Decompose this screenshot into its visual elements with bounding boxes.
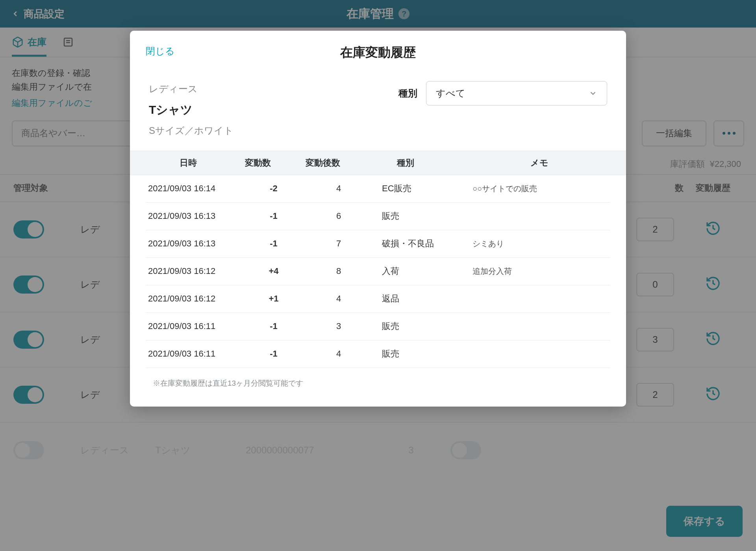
cell-type: 返品 <box>374 293 469 305</box>
cell-after: 4 <box>303 349 374 359</box>
cell-type: 販売 <box>374 348 469 360</box>
cell-memo: ○○サイトでの販売 <box>469 183 610 194</box>
history-row: 2021/09/03 16:11-14販売 <box>146 340 610 368</box>
cell-after: 4 <box>303 294 374 304</box>
cell-type: 入荷 <box>374 265 469 277</box>
history-row: 2021/09/03 16:12+14返品 <box>146 285 610 313</box>
modal-variant: Sサイズ／ホワイト <box>149 123 383 139</box>
cell-change: +1 <box>244 294 303 304</box>
modal-overlay[interactable]: 閉じる 在庫変動履歴 レディース Tシャツ Sサイズ／ホワイト 種別 すべて 日… <box>0 0 756 551</box>
modal-category: レディース <box>149 81 383 97</box>
col-change: 変動数 <box>228 157 287 169</box>
cell-type: 販売 <box>374 320 469 332</box>
close-button[interactable]: 閉じる <box>146 45 175 57</box>
history-footnote: ※在庫変動履歴は直近13ヶ月分閲覧可能です <box>130 368 626 388</box>
cell-after: 3 <box>303 321 374 331</box>
col-date: 日時 <box>130 157 228 169</box>
col-memo: メモ <box>453 157 626 169</box>
history-row: 2021/09/03 16:14-24EC販売○○サイトでの販売 <box>146 175 610 203</box>
cell-change: -1 <box>244 321 303 331</box>
type-filter-value: すべて <box>436 87 465 100</box>
cell-change: -1 <box>244 239 303 249</box>
cell-date: 2021/09/03 16:13 <box>146 239 244 249</box>
history-table-head: 日時 変動数 変動後数 種別 メモ <box>130 151 626 175</box>
cell-type: 破損・不良品 <box>374 238 469 250</box>
cell-after: 8 <box>303 266 374 276</box>
history-row: 2021/09/03 16:12+48入荷追加分入荷 <box>146 258 610 285</box>
cell-date: 2021/09/03 16:14 <box>146 183 244 194</box>
col-after: 変動後数 <box>287 157 358 169</box>
cell-after: 4 <box>303 183 374 194</box>
cell-date: 2021/09/03 16:12 <box>146 266 244 276</box>
modal-product: Tシャツ <box>149 100 383 120</box>
cell-after: 6 <box>303 211 374 221</box>
history-table: 日時 変動数 変動後数 種別 メモ 2021/09/03 16:14-24EC販… <box>130 151 626 388</box>
cell-change: -2 <box>244 183 303 194</box>
history-row: 2021/09/03 16:13-16販売 <box>146 203 610 230</box>
cell-change: -1 <box>244 349 303 359</box>
cell-memo: シミあり <box>469 239 610 249</box>
modal-title: 在庫変動履歴 <box>146 44 610 61</box>
history-row: 2021/09/03 16:13-17破損・不良品シミあり <box>146 230 610 258</box>
cell-type: EC販売 <box>374 183 469 194</box>
type-filter-label: 種別 <box>398 87 417 100</box>
cell-date: 2021/09/03 16:12 <box>146 294 244 304</box>
cell-after: 7 <box>303 239 374 249</box>
cell-memo: 追加分入荷 <box>469 266 610 277</box>
col-type: 種別 <box>358 157 453 169</box>
cell-date: 2021/09/03 16:13 <box>146 211 244 221</box>
cell-date: 2021/09/03 16:11 <box>146 321 244 331</box>
history-row: 2021/09/03 16:11-13販売 <box>146 313 610 340</box>
chevron-down-icon <box>589 89 597 98</box>
type-filter-select[interactable]: すべて <box>426 81 607 105</box>
cell-change: -1 <box>244 211 303 221</box>
cell-type: 販売 <box>374 210 469 222</box>
cell-date: 2021/09/03 16:11 <box>146 349 244 359</box>
stock-history-modal: 閉じる 在庫変動履歴 レディース Tシャツ Sサイズ／ホワイト 種別 すべて 日… <box>130 31 626 407</box>
cell-change: +4 <box>244 266 303 276</box>
